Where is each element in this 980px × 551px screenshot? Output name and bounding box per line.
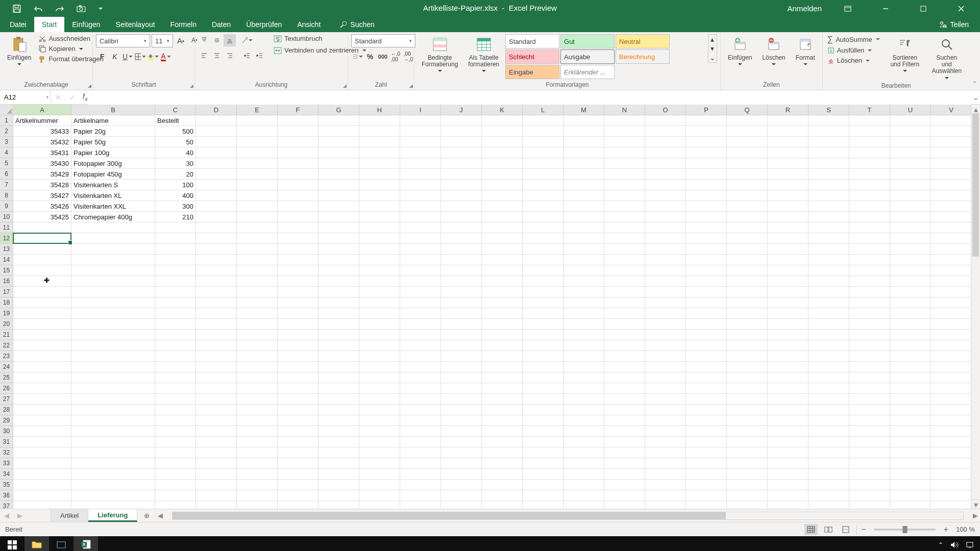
cell-L32[interactable] <box>523 447 564 458</box>
cell-J1[interactable] <box>441 115 482 126</box>
cell-D16[interactable] <box>196 276 237 287</box>
cell-A5[interactable]: 35430 <box>13 158 71 169</box>
cell-C21[interactable] <box>155 330 196 340</box>
cell-D13[interactable] <box>196 244 237 255</box>
cell-S24[interactable] <box>808 362 849 372</box>
cell-I31[interactable] <box>400 437 441 447</box>
undo-icon[interactable] <box>34 4 43 13</box>
row-header-10[interactable]: 10 <box>0 212 13 222</box>
column-header-R[interactable]: R <box>768 105 808 115</box>
cell-Q12[interactable] <box>727 233 768 244</box>
row-header-5[interactable]: 5 <box>0 158 13 169</box>
cell-P20[interactable] <box>686 319 727 330</box>
cell-A11[interactable] <box>13 222 71 233</box>
cell-M10[interactable] <box>564 212 604 222</box>
cell-D2[interactable] <box>196 126 237 137</box>
cell-C5[interactable]: 30 <box>155 158 196 169</box>
cell-B32[interactable] <box>71 447 155 458</box>
cell-F28[interactable] <box>278 405 318 415</box>
cell-C15[interactable] <box>155 265 196 276</box>
row-header-15[interactable]: 15 <box>0 265 13 276</box>
decrease-indent-icon[interactable] <box>241 49 253 62</box>
cell-S28[interactable] <box>808 405 849 415</box>
cell-E34[interactable] <box>237 469 278 480</box>
column-header-V[interactable]: V <box>931 105 972 115</box>
cell-M11[interactable] <box>564 222 604 233</box>
cell-A1[interactable]: Artikelnummer <box>13 115 71 126</box>
cell-M18[interactable] <box>564 297 604 308</box>
cell-J12[interactable] <box>441 233 482 244</box>
cell-T13[interactable] <box>849 244 890 255</box>
styles-gallery-expand[interactable]: ⌄ <box>708 53 717 62</box>
customize-qat-icon[interactable] <box>98 4 103 13</box>
cell-S35[interactable] <box>808 480 849 490</box>
cell-R35[interactable] <box>768 480 808 490</box>
cell-I17[interactable] <box>400 287 441 297</box>
cell-J5[interactable] <box>441 158 482 169</box>
cell-Q6[interactable] <box>727 169 768 180</box>
cell-I29[interactable] <box>400 415 441 426</box>
cell-L29[interactable] <box>523 415 564 426</box>
expand-formula-bar-icon[interactable]: ⌄ <box>971 92 980 102</box>
cell-K32[interactable] <box>482 447 523 458</box>
cell-N17[interactable] <box>604 287 645 297</box>
cell-G2[interactable] <box>318 126 359 137</box>
cell-D22[interactable] <box>196 340 237 351</box>
add-sheet-button[interactable]: ⊕ <box>137 509 156 522</box>
cell-P37[interactable] <box>686 501 727 509</box>
cell-L21[interactable] <box>523 330 564 340</box>
cell-N32[interactable] <box>604 447 645 458</box>
cell-H17[interactable] <box>359 287 400 297</box>
cell-J34[interactable] <box>441 469 482 480</box>
cell-C26[interactable] <box>155 383 196 394</box>
cell-A7[interactable]: 35428 <box>13 180 71 190</box>
cell-A19[interactable] <box>13 308 71 319</box>
cell-T28[interactable] <box>849 405 890 415</box>
cell-N18[interactable] <box>604 297 645 308</box>
cell-Q17[interactable] <box>727 287 768 297</box>
cell-V9[interactable] <box>931 201 972 212</box>
tab-view[interactable]: Ansicht <box>289 17 328 32</box>
cell-C17[interactable] <box>155 287 196 297</box>
cell-I33[interactable] <box>400 458 441 469</box>
cell-I14[interactable] <box>400 255 441 265</box>
tab-pagelayout[interactable]: Seitenlayout <box>108 17 163 32</box>
cell-L2[interactable] <box>523 126 564 137</box>
cell-N14[interactable] <box>604 255 645 265</box>
cell-U19[interactable] <box>890 308 931 319</box>
cell-M33[interactable] <box>564 458 604 469</box>
cell-M17[interactable] <box>564 287 604 297</box>
cell-B15[interactable] <box>71 265 155 276</box>
cell-I36[interactable] <box>400 490 441 501</box>
row-header-31[interactable]: 31 <box>0 437 13 447</box>
underline-button[interactable]: U <box>121 51 134 63</box>
cell-U18[interactable] <box>890 297 931 308</box>
cell-S6[interactable] <box>808 169 849 180</box>
cell-J32[interactable] <box>441 447 482 458</box>
cell-M16[interactable] <box>564 276 604 287</box>
cell-U6[interactable] <box>890 169 931 180</box>
cell-G1[interactable] <box>318 115 359 126</box>
cell-K34[interactable] <box>482 469 523 480</box>
column-header-G[interactable]: G <box>318 105 359 115</box>
cell-E23[interactable] <box>237 351 278 362</box>
cell-N16[interactable] <box>604 276 645 287</box>
cell-style-bad[interactable]: Schlecht <box>505 49 559 64</box>
cell-M22[interactable] <box>564 340 604 351</box>
cell-H9[interactable] <box>359 201 400 212</box>
column-header-C[interactable]: C <box>155 105 196 115</box>
cell-M19[interactable] <box>564 308 604 319</box>
cell-A9[interactable]: 35426 <box>13 201 71 212</box>
cell-R4[interactable] <box>768 147 808 158</box>
sort-filter-button[interactable]: Sortieren und Filtern <box>885 34 925 74</box>
cell-H16[interactable] <box>359 276 400 287</box>
cell-R24[interactable] <box>768 362 808 372</box>
cell-P2[interactable] <box>686 126 727 137</box>
cell-M20[interactable] <box>564 319 604 330</box>
cell-I22[interactable] <box>400 340 441 351</box>
cell-C22[interactable] <box>155 340 196 351</box>
cell-K35[interactable] <box>482 480 523 490</box>
tab-formulas[interactable]: Formeln <box>163 17 204 32</box>
cell-P29[interactable] <box>686 415 727 426</box>
cell-U9[interactable] <box>890 201 931 212</box>
